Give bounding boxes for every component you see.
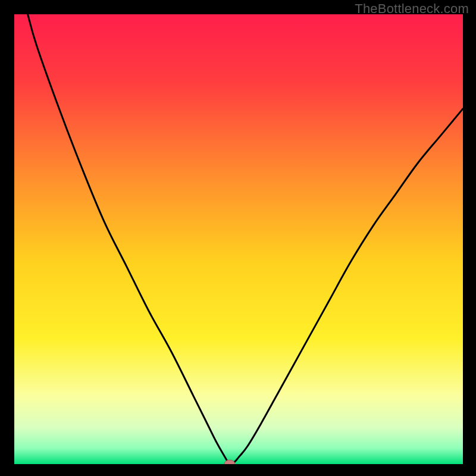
watermark-text: TheBottleneck.com xyxy=(355,1,469,17)
gradient-background xyxy=(14,14,463,464)
plot-area xyxy=(14,14,463,464)
chart-frame: TheBottleneck.com xyxy=(0,0,476,476)
plot-svg xyxy=(14,14,463,464)
